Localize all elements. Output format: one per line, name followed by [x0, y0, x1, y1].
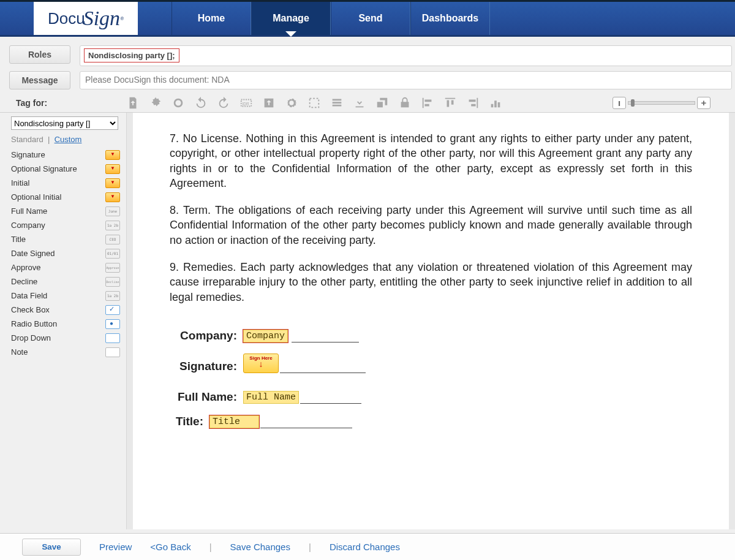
go-back-link[interactable]: <Go Back — [150, 542, 190, 552]
standard-tab[interactable]: Standard — [11, 135, 43, 144]
toolbar-row: Tag for: IDR ı + — [0, 93, 735, 113]
note-icon — [105, 347, 120, 357]
field-initial[interactable]: Initial — [11, 176, 120, 190]
document-canvas[interactable]: 7. No License. Nothing in this Agreement… — [126, 113, 735, 529]
underline — [260, 417, 352, 428]
svg-text:IDR: IDR — [243, 101, 249, 105]
nav-home[interactable]: Home — [172, 2, 251, 35]
tag-full-name[interactable]: Full Name — [243, 391, 299, 404]
tag-sign-here[interactable]: Sign Here — [243, 354, 279, 373]
field-check-box[interactable]: Check Box — [11, 303, 120, 317]
logo: DocuSign® — [34, 2, 138, 35]
save-button[interactable]: Save — [22, 539, 81, 556]
toolbar-icons: IDR — [126, 96, 502, 110]
tag-title[interactable]: Title — [209, 415, 259, 428]
initial-icon — [105, 192, 120, 202]
logo-text-b: Sign — [83, 7, 120, 30]
signature-icon — [105, 150, 120, 160]
nav-manage[interactable]: Manage — [251, 2, 331, 35]
page-down-icon[interactable] — [126, 96, 140, 110]
fields-sidebar: Nondisclosing party [] Standard | Custom… — [0, 113, 126, 529]
chart-icon[interactable] — [489, 96, 502, 110]
underline — [280, 362, 366, 373]
tag-for-label: Tag for: — [16, 98, 114, 108]
field-decline[interactable]: DeclineDecline — [11, 274, 120, 289]
underline — [292, 331, 359, 342]
footer-bar: Save Preview <Go Back | Save Changes | D… — [0, 533, 735, 560]
nav-dashboards[interactable]: Dashboards — [410, 2, 490, 35]
align-left-icon[interactable] — [421, 96, 434, 110]
zoom-control[interactable]: ı + — [612, 97, 710, 109]
tag-company[interactable]: Company — [243, 330, 288, 342]
label-signature: Signature: — [170, 360, 237, 373]
preview-link[interactable]: Preview — [99, 542, 132, 552]
field-note[interactable]: Note — [11, 345, 120, 359]
field-company[interactable]: Company1a 2b — [11, 218, 120, 232]
company-icon: 1a 2b — [105, 221, 120, 230]
field-title[interactable]: TitleCEO — [11, 232, 120, 246]
top-nav-bar: DocuSign® Home Manage Send Dashboards — [0, 0, 735, 37]
paragraph-9: 9. Remedies. Each party acknowledges tha… — [170, 260, 692, 305]
bring-forward-icon[interactable] — [375, 96, 389, 110]
tag-for-select[interactable]: Nondisclosing party [] — [11, 116, 118, 130]
undo-icon[interactable] — [194, 96, 208, 110]
field-full-name[interactable]: Full NameJane — [11, 204, 120, 218]
footer-separator: | — [309, 542, 311, 552]
label-title: Title: — [170, 415, 203, 428]
field-signature[interactable]: Signature — [11, 148, 120, 162]
signature-icon — [105, 164, 120, 174]
tab-separator: | — [48, 135, 50, 144]
gear-burst-icon[interactable] — [149, 96, 162, 110]
zoom-slider[interactable] — [628, 101, 695, 105]
data-field-icon: 1a 2b — [105, 291, 120, 301]
title-icon: CEO — [105, 235, 120, 244]
field-data-field[interactable]: Data Field1a 2b — [11, 289, 120, 303]
document-page: 7. No License. Nothing in this Agreement… — [133, 113, 729, 529]
approve-icon: Approve — [105, 263, 120, 273]
logo-text-a: Docu — [48, 9, 85, 28]
checkbox-icon — [105, 305, 120, 315]
import-icon[interactable] — [262, 96, 276, 110]
download-icon[interactable] — [353, 96, 366, 110]
field-date-signed[interactable]: Date Signed01/01 — [11, 246, 120, 260]
align-top-icon[interactable] — [443, 96, 457, 110]
paragraph-8: 8. Term. The obligations of each receivi… — [170, 203, 692, 248]
message-input[interactable]: Please DocuSign this document: NDA — [80, 71, 732, 89]
date-icon: 01/01 — [105, 249, 120, 259]
field-radio[interactable]: Radio Button — [11, 317, 120, 331]
lock-icon[interactable] — [398, 96, 412, 110]
name-icon: Jane — [105, 206, 120, 216]
select-area-icon[interactable] — [307, 96, 321, 110]
settings-icon[interactable] — [285, 96, 298, 110]
initial-icon — [105, 178, 120, 188]
label-full-name: Full Name: — [170, 390, 237, 404]
field-approve[interactable]: ApproveApprove — [11, 260, 120, 274]
idr-icon[interactable]: IDR — [239, 96, 253, 110]
decline-icon: Decline — [105, 277, 120, 287]
roles-input[interactable]: Nondisclosing party []; — [80, 45, 732, 66]
message-button[interactable]: Message — [9, 71, 70, 89]
roles-button[interactable]: Roles — [9, 45, 70, 64]
svg-rect-2 — [310, 98, 319, 107]
nav-send[interactable]: Send — [331, 2, 410, 35]
custom-tab[interactable]: Custom — [55, 135, 82, 144]
redo-icon[interactable] — [217, 96, 230, 110]
target-icon[interactable] — [172, 96, 185, 110]
list-icon[interactable] — [330, 96, 344, 110]
align-right-icon[interactable] — [466, 96, 480, 110]
dropdown-icon — [105, 333, 120, 343]
footer-separator: | — [209, 542, 212, 552]
field-tabs: Standard | Custom — [11, 135, 120, 144]
underline — [300, 393, 361, 404]
field-optional-signature[interactable]: Optional Signature — [11, 162, 120, 176]
role-chip[interactable]: Nondisclosing party []; — [84, 48, 179, 62]
field-optional-initial[interactable]: Optional Initial — [11, 190, 120, 204]
radio-icon — [105, 319, 120, 329]
zoom-out-button[interactable]: ı — [612, 97, 626, 109]
label-company: Company: — [170, 329, 237, 342]
paragraph-7: 7. No License. Nothing in this Agreement… — [170, 131, 692, 191]
discard-changes-link[interactable]: Discard Changes — [330, 542, 400, 552]
save-changes-link[interactable]: Save Changes — [230, 542, 290, 552]
zoom-in-button[interactable]: + — [697, 97, 710, 109]
field-drop-down[interactable]: Drop Down — [11, 331, 120, 345]
